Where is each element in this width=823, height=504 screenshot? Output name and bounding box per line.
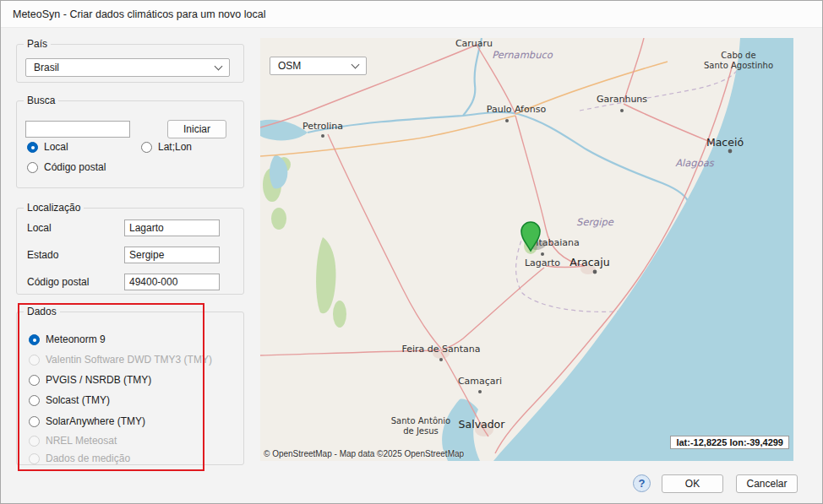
window-title: MeteoSyn - Criar dados climáticos para u… — [13, 8, 265, 20]
question-mark-icon: ? — [639, 477, 646, 490]
map-label-maceio: Maceió — [706, 136, 744, 149]
radio-meteonorm9[interactable]: Meteonorm 9 — [29, 333, 106, 345]
window-title-bar: MeteoSyn - Criar dados climáticos para u… — [1, 1, 822, 28]
map-panel[interactable]: Pernambuco Caruaru Cabo de Santo Agostin… — [260, 38, 793, 461]
radio-circle — [29, 416, 40, 427]
map-label-santo-antonio-line1: Santo Antônio — [391, 416, 450, 425]
chevron-down-icon — [352, 61, 360, 69]
radio-search-postal[interactable]: Código postal — [27, 161, 106, 173]
map-label-santo-antonio-line2: de Jesus — [403, 426, 439, 436]
radio-label: SolarAnywhere (TMY) — [46, 415, 145, 427]
data-source-group-label: Dados — [24, 306, 60, 318]
radio-search-local[interactable]: Local — [27, 141, 68, 153]
map-label-camacari: Camaçari — [458, 376, 502, 387]
location-group: Localização Local Estado Código postal — [16, 208, 244, 295]
map-label-feira-de-santana: Feira de Santana — [401, 344, 480, 355]
field-postal-input[interactable] — [124, 274, 220, 290]
map-attribution: © OpenStreetMap - Map data ©2025 OpenStr… — [264, 449, 464, 458]
radio-label: Valentin Software DWD TMY3 (TMY) — [46, 354, 212, 366]
radio-circle — [29, 355, 40, 366]
data-source-group: Dados Meteonorm 9 Valentin Software DWD … — [16, 312, 244, 465]
map-label-garanhuns: Garanhuns — [597, 94, 647, 105]
radio-label: Lat;Lon — [158, 141, 192, 153]
map-label-alagoas: Alagoas — [675, 157, 714, 169]
radio-valentin-dwd-tmy3: Valentin Software DWD TMY3 (TMY) — [29, 354, 212, 366]
map-layer-value: OSM — [278, 60, 301, 72]
chevron-down-icon — [215, 62, 223, 71]
search-group-label: Busca — [24, 95, 58, 107]
map-canvas[interactable]: Pernambuco Caruaru Cabo de Santo Agostin… — [260, 38, 793, 461]
map-coordinates-readout: lat:-12,8225 lon:-39,4299 — [670, 436, 789, 449]
map-label-petrolina: Petrolina — [302, 121, 343, 132]
radio-label: NREL Meteosat — [46, 435, 117, 447]
country-group-label: País — [24, 38, 51, 51]
map-label-pernambuco: Pernambuco — [492, 49, 553, 61]
map-layer-select[interactable]: OSM — [270, 57, 367, 75]
country-group: País Brasil — [16, 44, 244, 83]
map-label-aracaju: Aracaju — [570, 256, 609, 268]
radio-dados-medicao: Dados de medição — [29, 453, 130, 464]
field-label-local: Local — [27, 222, 52, 234]
map-label-cabo-line1: Cabo de — [721, 51, 755, 60]
location-group-label: Localização — [24, 202, 84, 214]
search-start-button[interactable]: Iniciar — [167, 120, 226, 138]
radio-label: Local — [44, 141, 68, 153]
cancel-button[interactable]: Cancelar — [736, 474, 798, 493]
radio-circle — [141, 142, 152, 153]
ok-button[interactable]: OK — [662, 474, 723, 493]
radio-nrel-meteosat: NREL Meteosat — [29, 435, 117, 447]
radio-circle — [29, 453, 40, 464]
search-group: Busca Iniciar Local Lat;Lon Código posta… — [16, 100, 244, 188]
map-label-sergipe: Sergipe — [576, 216, 614, 228]
field-label-postal: Código postal — [27, 276, 89, 288]
radio-circle — [29, 375, 40, 386]
radio-circle — [29, 436, 40, 447]
radio-label: Dados de medição — [46, 453, 130, 464]
radio-search-latlon[interactable]: Lat;Lon — [141, 141, 192, 153]
field-estado-input[interactable] — [124, 247, 220, 263]
field-label-estado: Estado — [27, 249, 58, 261]
map-label-caruaru: Caruaru — [455, 38, 493, 49]
radio-label: Meteonorm 9 — [46, 333, 106, 345]
radio-solcast[interactable]: Solcast (TMY) — [29, 394, 110, 406]
radio-label: Solcast (TMY) — [46, 394, 110, 406]
radio-circle — [27, 162, 38, 173]
country-select[interactable]: Brasil — [25, 58, 230, 77]
map-label-cabo-line2: Santo Agostinho — [704, 61, 773, 70]
radio-circle — [29, 395, 40, 406]
radio-circle — [29, 334, 40, 345]
radio-label: PVGIS / NSRDB (TMY) — [46, 374, 151, 386]
help-button[interactable]: ? — [633, 474, 651, 492]
radio-solaranywhere[interactable]: SolarAnywhere (TMY) — [29, 415, 145, 427]
map-label-lagarto: Lagarto — [525, 257, 560, 268]
country-select-value: Brasil — [34, 62, 59, 73]
meteosyn-dialog: MeteoSyn - Criar dados climáticos para u… — [0, 0, 823, 504]
radio-pvgis-nsrdb[interactable]: PVGIS / NSRDB (TMY) — [29, 374, 151, 386]
radio-label: Código postal — [44, 161, 106, 173]
map-label-paulo-afonso: Paulo Afonso — [487, 104, 547, 115]
field-local-input[interactable] — [124, 219, 220, 236]
radio-circle — [27, 142, 38, 153]
map-label-salvador: Salvador — [459, 418, 506, 431]
search-input[interactable] — [25, 121, 130, 138]
